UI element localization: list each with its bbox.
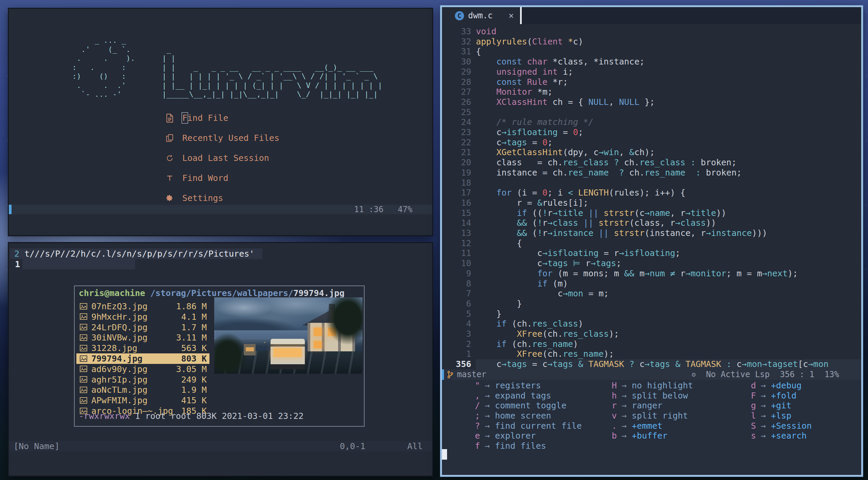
menu-item-label: Find Word <box>182 173 228 183</box>
arrow-right-icon: → <box>485 421 495 431</box>
line-number: 14 <box>442 218 471 228</box>
code-line: 1 XFree(ch.res_name); <box>442 349 861 359</box>
code-text: XFree(ch.res_class); <box>476 329 861 339</box>
file-row-07nezq3-jpg[interactable]: 07nEzQ3.jpg1.86 M <box>76 301 209 312</box>
file-row-apwfmim-jpg[interactable]: APwFMIM.jpg415 K <box>76 395 209 406</box>
line-number: 23 <box>442 127 471 137</box>
code-text: for (m = mons; m && m→num ≠ r→monitor; m… <box>476 269 861 279</box>
code-line: 10 c→tags ⊨ r→tags; <box>442 258 861 269</box>
code-line: 6 } <box>442 299 861 309</box>
code-line: 13 && (!r→instance || strstr(instance, r… <box>442 228 861 238</box>
code-text: class = ch.res_class ? ch.res_class : br… <box>476 158 861 168</box>
tab-title: dwm.c <box>468 11 493 20</box>
preview-cable-car-windows <box>273 348 302 357</box>
line-number: 27 <box>442 87 471 97</box>
menu-item-load-last-session[interactable]: Load Last Session <box>165 148 279 168</box>
file-size: 1.7 M <box>181 322 207 332</box>
line-number: 7 <box>442 289 471 299</box>
binding-key: / <box>442 401 480 411</box>
line-number: 12 <box>442 238 471 248</box>
code-text: for (i = 0; i < LENGTH(rules); i++) { <box>476 188 861 198</box>
code-text: XClassHint ch = { NULL, NULL }; <box>476 97 861 107</box>
cursor-position: 356 : 1 <box>780 369 814 380</box>
file-details-line: -rwxrwxrwx 1 root root 803K 2021-03-01 2… <box>79 411 303 421</box>
line-number: 15 <box>442 208 471 218</box>
file-row-31228-jpg[interactable]: 31228.jpg563 K <box>76 343 209 353</box>
line-number: 30 <box>442 57 471 67</box>
file-size: 249 K <box>181 375 207 385</box>
binding-label: +lsp <box>771 411 791 421</box>
file-row-aonctlm-jpg[interactable]: aoNcTLm.jpg1.9 M <box>76 385 209 395</box>
line-number: 19 <box>442 168 471 178</box>
menu-item-label: Recently Used Files <box>182 133 279 143</box>
close-icon[interactable]: × <box>509 11 514 21</box>
arrow-right-icon: → <box>485 441 495 451</box>
preview-tree <box>326 297 363 345</box>
code-text: { <box>476 238 861 248</box>
binding-key: b <box>579 431 617 441</box>
letter-t-icon <box>165 174 175 183</box>
code-text: XGetClassHint(dpy, c→win, &ch); <box>476 147 861 158</box>
code-line: 28 const Rule *r; <box>442 77 861 87</box>
arrow-right-icon: → <box>485 381 495 391</box>
code-line: 11 c→isfloating = r→isfloating; <box>442 248 861 258</box>
binding-label: registers <box>495 381 541 391</box>
binding-label: comment toggle <box>495 401 567 411</box>
preview-cable-car-base <box>271 364 305 369</box>
current-file-name: 799794.jpg <box>293 288 345 298</box>
which-key-column: "→registers,→expand tags/→comment toggle… <box>442 381 582 451</box>
line-number: 31 <box>442 47 471 57</box>
file-row-30invbw-jpg[interactable]: 30iNVBw.jpg3.11 M <box>76 332 209 343</box>
cursor-position: 0,0-1 <box>340 441 365 451</box>
file-row-ad6v90y-jpg[interactable]: ad6v90y.jpg3.05 M <box>76 364 209 374</box>
copy-icon <box>165 134 175 143</box>
code-text: if (ch.res_name) <box>476 339 861 349</box>
binding-label: split below <box>632 391 688 401</box>
code-text: if (m) <box>476 279 861 289</box>
image-icon <box>80 334 88 341</box>
image-icon <box>80 303 88 310</box>
line-number: 4 <box>442 319 471 329</box>
line-number: 1 <box>15 259 20 270</box>
line-number: 6 <box>442 299 471 309</box>
file-row-aghr5ip-jpg[interactable]: aghr5Ip.jpg249 K <box>76 374 209 385</box>
file-size: 1.9 M <box>181 385 207 395</box>
arrow-right-icon: → <box>622 401 632 411</box>
file-size: 803 K <box>181 354 207 364</box>
file-row-799794-jpg[interactable]: 799794.jpg803 K <box>76 353 209 364</box>
line-number: 20 <box>442 158 471 168</box>
menu-item-recently-used-files[interactable]: Recently Used Files <box>165 128 279 148</box>
line-number: 24 <box>442 117 471 127</box>
dashboard-menu: Find FileRecently Used FilesLoad Last Se… <box>165 108 279 208</box>
line-number: 17 <box>442 188 471 198</box>
file-name: aoNcTLm.jpg <box>91 385 181 395</box>
image-icon <box>80 376 88 383</box>
line-number: 33 <box>442 26 471 37</box>
line-number: 356 <box>442 359 471 369</box>
tab-dwm-c[interactable]: C dwm.c × <box>442 7 520 24</box>
line-number: 16 <box>442 198 471 208</box>
tabline-cursor <box>520 7 522 24</box>
file-name: APwFMIM.jpg <box>91 395 181 405</box>
line-number: 22 <box>442 137 471 148</box>
binding-label: +fold <box>771 391 796 401</box>
binding-label: +debug <box>771 381 801 391</box>
code-text: } <box>476 299 861 309</box>
menu-item-find-file[interactable]: Find File <box>165 108 279 128</box>
file-row-24lrdfq-jpg[interactable]: 24LrDFQ.jpg1.7 M <box>76 322 209 333</box>
file-name: 31228.jpg <box>91 343 181 353</box>
code-text: unsigned int i; <box>476 67 861 77</box>
code-line: 21 XGetClassHint(dpy, c→win, &ch); <box>442 147 861 158</box>
dashboard-window: _ ... _ .' (_ `. _ . . ). | | : . : | | … <box>8 8 433 236</box>
code-line: 4 if (ch.res_class) <box>442 319 861 329</box>
terminal-cursor-block <box>442 449 447 460</box>
code-line: 5 } <box>442 309 861 319</box>
file-size: 3.11 M <box>176 333 207 343</box>
code-text: void <box>476 26 861 37</box>
code-text: instance = ch.res_name ? ch.res_name : b… <box>476 168 861 178</box>
file-row-9hmxchr-jpg[interactable]: 9hMxcHr.jpg4.1 M <box>76 312 209 322</box>
code-text: c→tags = c→tags & TAGMASK ? c→tags & TAG… <box>476 359 861 369</box>
menu-item-find-word[interactable]: Find Word <box>165 168 279 188</box>
which-key-binding-home-screen: ;→home screen <box>442 411 582 421</box>
code-line: 30 const char *class, *instance; <box>442 57 861 67</box>
